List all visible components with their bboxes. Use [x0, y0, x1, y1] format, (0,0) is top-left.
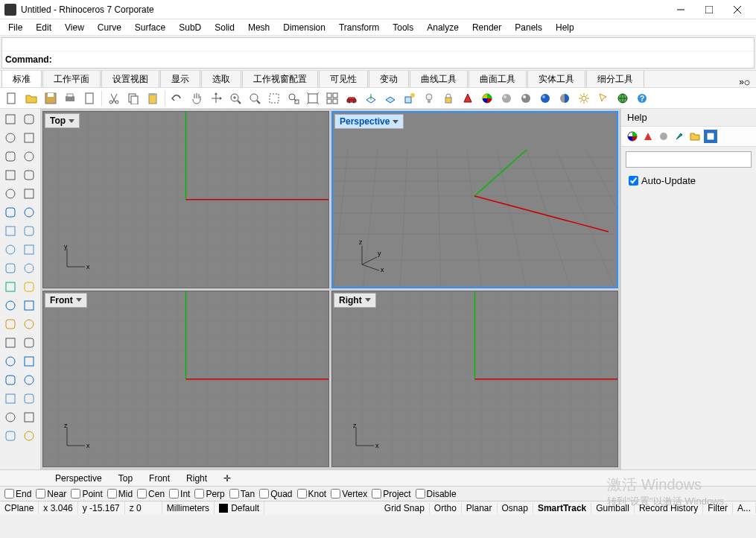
menu-help[interactable]: Help	[549, 21, 581, 34]
viewport-front-label[interactable]: Front	[45, 293, 87, 308]
cylinder-icon[interactable]	[20, 222, 38, 240]
menu-solid[interactable]: Solid	[208, 21, 241, 34]
grid2-icon[interactable]	[1, 427, 19, 445]
minimize-button[interactable]	[667, 0, 695, 19]
explode-icon[interactable]	[20, 278, 38, 296]
help-icon[interactable]: ?	[633, 89, 651, 107]
osnap-knot[interactable]: Knot	[296, 489, 328, 499]
menu-tools[interactable]: Tools	[386, 21, 420, 34]
command-input[interactable]	[55, 54, 751, 65]
toolbar-tab[interactable]: 标准	[1, 70, 42, 88]
viewport-right-label[interactable]: Right	[334, 293, 376, 308]
status-gumball[interactable]: Gumball	[591, 503, 635, 513]
arc-icon[interactable]	[20, 148, 38, 165]
print-icon[interactable]	[61, 89, 79, 107]
chevron-down-icon[interactable]	[393, 120, 398, 124]
osnap-quad[interactable]: Quad	[258, 489, 293, 499]
dim-icon[interactable]	[1, 334, 19, 352]
viewport-top[interactable]: Top yx	[42, 111, 329, 288]
box-icon[interactable]	[1, 222, 19, 240]
dim2-icon[interactable]	[20, 334, 38, 352]
gear-icon[interactable]	[1, 278, 19, 296]
color-wheel-icon[interactable]	[626, 130, 639, 143]
toolbar-tab[interactable]: 选取	[201, 70, 241, 88]
toolbar-tab[interactable]: 显示	[160, 70, 200, 88]
menu-panels[interactable]: Panels	[508, 21, 549, 34]
menu-render[interactable]: Render	[466, 21, 508, 34]
menu-analyze[interactable]: Analyze	[420, 21, 466, 34]
save-icon[interactable]	[42, 89, 60, 107]
cut-icon[interactable]	[105, 89, 123, 107]
undo-icon[interactable]	[168, 89, 186, 107]
cplane-icon[interactable]	[362, 89, 380, 107]
status-grid-snap[interactable]: Grid Snap	[380, 503, 430, 513]
color-wheel-icon[interactable]	[478, 89, 496, 107]
toolbar-tab[interactable]: 设置视图	[101, 70, 159, 88]
status-osnap[interactable]: Osnap	[498, 503, 533, 513]
group-icon[interactable]	[1, 315, 19, 333]
menu-file[interactable]: File	[1, 21, 29, 34]
sphere-icon[interactable]	[1, 259, 19, 277]
pointer-icon[interactable]	[1, 110, 19, 128]
menu-transform[interactable]: Transform	[332, 21, 386, 34]
osnap-near[interactable]: Near	[34, 489, 68, 499]
help-search-input[interactable]	[626, 151, 752, 168]
toolbar-tab[interactable]: 可见性	[319, 70, 368, 88]
chevron-down-icon[interactable]	[365, 298, 371, 302]
status-a-[interactable]: A...	[733, 503, 756, 513]
toolbar-tab[interactable]: 曲线工具	[410, 70, 468, 88]
sphere-gray-icon[interactable]	[498, 89, 515, 107]
view-tab-front[interactable]: Front	[142, 472, 177, 485]
ghosted-icon[interactable]	[20, 390, 38, 408]
command-line[interactable]: Command:	[2, 51, 754, 68]
points-icon[interactable]	[20, 110, 38, 128]
zoom-window-icon[interactable]	[265, 89, 283, 107]
rect-icon[interactable]	[1, 166, 19, 184]
viewport-layout-icon[interactable]	[323, 89, 341, 107]
globe-icon[interactable]	[614, 89, 632, 107]
document-icon[interactable]	[80, 89, 98, 107]
wire-icon[interactable]	[1, 390, 19, 408]
ellipse-icon[interactable]	[20, 203, 38, 221]
osnap-project[interactable]: Project	[370, 489, 412, 499]
text-icon[interactable]	[1, 352, 19, 370]
text2-icon[interactable]	[20, 352, 38, 370]
leader-icon[interactable]	[20, 371, 38, 389]
link-icon[interactable]	[1, 297, 19, 314]
brush-icon[interactable]	[673, 130, 686, 143]
chevron-down-icon[interactable]	[76, 298, 82, 302]
menu-view[interactable]: View	[58, 21, 91, 34]
auto-update-checkbox[interactable]: Auto-Update	[621, 172, 756, 189]
view-tab-perspective[interactable]: Perspective	[48, 472, 109, 485]
pan-icon[interactable]	[188, 89, 206, 107]
viewport-right[interactable]: Right zx	[331, 291, 618, 468]
select-icon[interactable]	[594, 89, 612, 107]
open-icon[interactable]	[22, 89, 40, 107]
torus-icon[interactable]	[20, 259, 38, 277]
new-icon[interactable]	[3, 89, 21, 107]
toolbar-tab[interactable]: 曲面工具	[468, 70, 527, 88]
menu-edit[interactable]: Edit	[29, 21, 58, 34]
osnap-vertex[interactable]: Vertex	[329, 489, 369, 499]
add-view-icon[interactable]: ✛	[216, 472, 238, 485]
rotate-icon[interactable]	[207, 89, 225, 107]
toolbar-tab[interactable]: 实体工具	[527, 70, 585, 88]
status-smarttrack[interactable]: SmartTrack	[533, 503, 591, 513]
toolbar-tab[interactable]: 工作平面	[42, 70, 101, 88]
chevron-down-icon[interactable]	[69, 119, 74, 123]
lock-icon[interactable]	[439, 89, 457, 107]
osnap-tan[interactable]: Tan	[228, 489, 256, 499]
group2-icon[interactable]	[20, 315, 38, 333]
viewport-front[interactable]: Front zx	[42, 291, 329, 468]
blocks-icon[interactable]	[20, 427, 38, 445]
zoom-selected-icon[interactable]	[304, 89, 322, 107]
status-filter[interactable]: Filter	[703, 503, 733, 513]
zoom-icon[interactable]	[246, 89, 264, 107]
viewport-perspective-label[interactable]: Perspective	[334, 114, 404, 129]
viewport-top-label[interactable]: Top	[45, 113, 80, 128]
polyline-icon[interactable]	[20, 129, 38, 147]
rect2-icon[interactable]	[20, 166, 38, 184]
toolbar-tab[interactable]: 变动	[369, 70, 409, 88]
line-icon[interactable]	[1, 129, 19, 147]
grid-icon[interactable]	[1, 408, 19, 426]
